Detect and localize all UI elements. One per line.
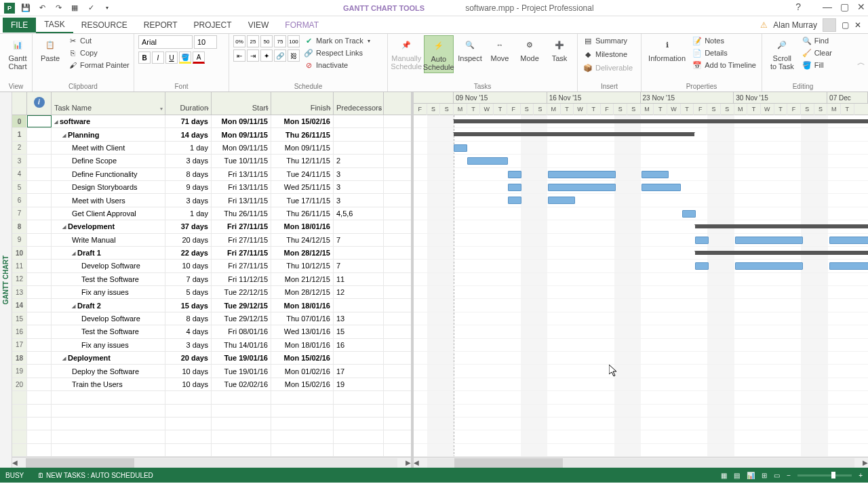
- pct-75-icon[interactable]: 75: [274, 35, 286, 47]
- col-info[interactable]: i: [27, 92, 52, 115]
- tab-file[interactable]: FILE: [3, 18, 36, 33]
- mark-on-track-button[interactable]: ✔Mark on Track▾: [302, 35, 372, 46]
- view-shortcut-icon[interactable]: ▤: [734, 472, 740, 479]
- pct-0-icon[interactable]: 0%: [233, 35, 245, 47]
- table-row[interactable]: 3Define Scope3 daysTue 10/11/15Thu 12/11…: [12, 155, 411, 167]
- format-painter-button[interactable]: 🖌Format Painter: [66, 60, 131, 70]
- tab-view[interactable]: VIEW: [240, 18, 277, 33]
- tab-format[interactable]: FORMAT: [277, 18, 327, 33]
- pct-50-icon[interactable]: 50: [260, 35, 273, 47]
- pct-25-icon[interactable]: 25: [247, 35, 259, 47]
- table-row[interactable]: 5Design Storyboards9 daysFri 13/11/15Wed…: [12, 181, 411, 194]
- font-name-select[interactable]: Arial: [138, 35, 193, 49]
- inspect-button[interactable]: 🔍Inspect: [456, 35, 484, 64]
- task-bar[interactable]: [548, 184, 616, 191]
- task-button[interactable]: ➕Task: [546, 35, 573, 64]
- move-button[interactable]: ↔Move: [486, 35, 513, 64]
- tab-resource[interactable]: RESOURCE: [73, 18, 136, 33]
- task-bar[interactable]: [508, 171, 521, 178]
- task-bar[interactable]: [508, 184, 521, 191]
- table-row[interactable]: 7Get Client Approval1 dayThu 26/11/15Thu…: [12, 207, 411, 220]
- col-finish[interactable]: Finish: [271, 92, 334, 115]
- task-bar[interactable]: [735, 262, 803, 270]
- table-row[interactable]: 10Draft 122 daysFri 27/11/15Mon 28/12/15: [12, 247, 411, 260]
- table-row[interactable]: 12Test the Software7 daysFri 11/12/15Mon…: [12, 273, 411, 286]
- font-color-button[interactable]: A: [193, 52, 205, 64]
- grid-hscroll[interactable]: ◀▶: [12, 457, 411, 468]
- table-row[interactable]: 20Train the Users10 daysTue 02/02/16Mon …: [12, 378, 411, 391]
- summary-bar[interactable]: [695, 251, 868, 255]
- task-bar[interactable]: [548, 171, 616, 178]
- zoom-slider[interactable]: [797, 474, 852, 476]
- qat-icon[interactable]: ▦: [69, 3, 80, 14]
- task-grid[interactable]: 0software71 daysMon 09/11/15Mon 15/02/16…: [12, 115, 411, 457]
- table-row[interactable]: 1Planning14 daysMon 09/11/15Thu 26/11/15: [12, 128, 411, 141]
- table-row[interactable]: 19Deploy the Software10 daysTue 19/01/16…: [12, 365, 411, 378]
- table-row[interactable]: 15Develop Software8 daysTue 29/12/15Thu …: [12, 312, 411, 325]
- task-bar[interactable]: [829, 237, 868, 244]
- qat-icon[interactable]: ✓: [85, 3, 96, 14]
- deliverable-button[interactable]: 📦Deliverable: [582, 62, 634, 73]
- auto-schedule-button[interactable]: ⚡Auto Schedule: [424, 35, 454, 73]
- summary-bar[interactable]: [454, 119, 868, 123]
- save-icon[interactable]: 💾: [20, 3, 31, 14]
- col-task-name[interactable]: Task Name: [52, 92, 165, 115]
- find-button[interactable]: 🔍Find: [801, 35, 833, 46]
- zoom-in-icon[interactable]: +: [859, 472, 863, 479]
- minimize-icon[interactable]: —: [823, 1, 832, 12]
- task-bar[interactable]: [642, 171, 669, 178]
- tab-project[interactable]: PROJECT: [186, 18, 240, 33]
- col-predecessors[interactable]: Predecessors: [334, 92, 384, 115]
- outdent-icon[interactable]: ⇤: [233, 49, 245, 62]
- inactivate-button[interactable]: ⊘Inactivate: [302, 60, 372, 70]
- task-bar[interactable]: [829, 262, 868, 270]
- task-bar[interactable]: [735, 237, 803, 244]
- undo-icon[interactable]: ↶: [37, 3, 47, 14]
- summary-bar[interactable]: [695, 224, 868, 228]
- unlink-icon[interactable]: ⛓: [288, 49, 300, 62]
- zoom-out-icon[interactable]: −: [787, 472, 791, 479]
- view-shortcut-icon[interactable]: ▦: [721, 472, 727, 479]
- table-row[interactable]: 13Fix any issues5 daysTue 22/12/15Mon 28…: [12, 286, 411, 299]
- qat-dropdown-icon[interactable]: ▾: [102, 3, 113, 14]
- gantt-chart-area[interactable]: [414, 115, 868, 468]
- tab-report[interactable]: REPORT: [136, 18, 186, 33]
- paste-button[interactable]: 📋Paste: [37, 35, 64, 64]
- task-bar[interactable]: [548, 197, 575, 204]
- ribbon-options-icon[interactable]: ▢: [842, 20, 849, 30]
- font-size-select[interactable]: 10: [194, 35, 217, 49]
- link-icon[interactable]: 🔗: [274, 49, 286, 62]
- view-shortcut-icon[interactable]: 📊: [747, 472, 755, 479]
- doc-close-icon[interactable]: ✕: [854, 20, 861, 30]
- table-row[interactable]: 9Write Manual20 daysFri 27/11/15Thu 24/1…: [12, 234, 411, 247]
- task-bar[interactable]: [682, 210, 696, 218]
- respect-links-button[interactable]: 🔗Respect Links: [302, 47, 372, 58]
- summary-button[interactable]: ▤Summary: [582, 35, 629, 46]
- table-row[interactable]: 16Test the Software4 daysFri 08/01/16Wed…: [12, 325, 411, 338]
- milestone-button[interactable]: ◆Milestone: [582, 49, 629, 60]
- redo-icon[interactable]: ↷: [53, 3, 64, 14]
- notes-button[interactable]: 📝Notes: [691, 35, 757, 46]
- view-shortcut-icon[interactable]: ⊞: [762, 472, 767, 479]
- mode-button[interactable]: ⚙Mode: [516, 35, 543, 64]
- table-row[interactable]: 17Fix any issues3 daysThu 14/01/16Mon 18…: [12, 339, 411, 352]
- timescale[interactable]: 09 Nov '1516 Nov '1523 Nov '1530 Nov '15…: [414, 92, 868, 115]
- view-tab-vertical[interactable]: GANTT CHART: [0, 92, 12, 468]
- copy-button[interactable]: ⎘Copy: [66, 47, 131, 58]
- table-row[interactable]: 0software71 daysMon 09/11/15Mon 15/02/16: [12, 115, 411, 128]
- fill-color-button[interactable]: 🪣: [179, 52, 191, 64]
- task-bar[interactable]: [642, 184, 681, 191]
- indent-icon[interactable]: ⇥: [247, 49, 259, 62]
- help-icon[interactable]: ?: [795, 1, 801, 12]
- table-row[interactable]: 6Meet with Users3 daysFri 13/11/15Tue 17…: [12, 194, 411, 207]
- scroll-to-task-button[interactable]: 🔎Scroll to Task: [766, 35, 798, 72]
- underline-button[interactable]: U: [165, 52, 178, 64]
- task-bar[interactable]: [454, 144, 467, 152]
- task-bar[interactable]: [695, 237, 709, 244]
- alert-icon[interactable]: ⚠: [760, 20, 768, 30]
- maximize-icon[interactable]: ▢: [840, 1, 849, 12]
- collapse-ribbon-icon[interactable]: ︿: [857, 57, 865, 68]
- italic-button[interactable]: I: [152, 52, 164, 64]
- fill-button[interactable]: 🪣Fill: [801, 60, 833, 70]
- table-row[interactable]: 2Meet with Client1 dayMon 09/11/15Mon 09…: [12, 142, 411, 155]
